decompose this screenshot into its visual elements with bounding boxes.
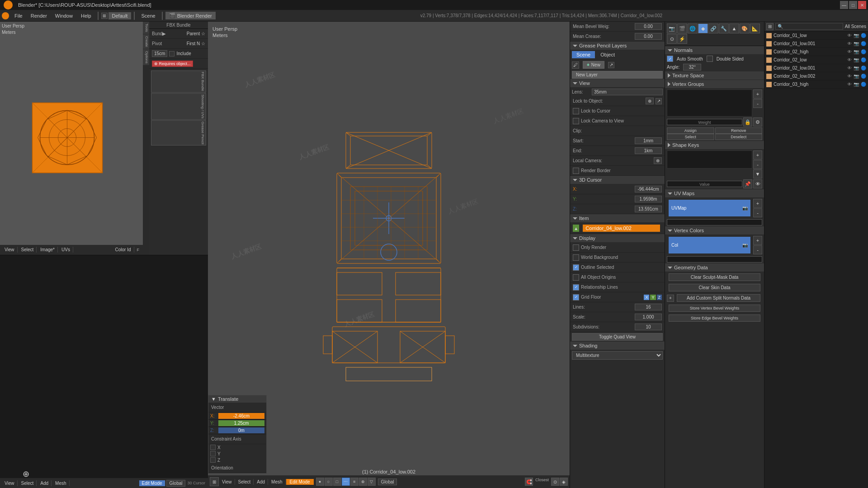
eye-icon-4[interactable]: 👁 [847,66,852,70]
y-axis-grid-btn[interactable]: Y [650,295,656,300]
create-tab[interactable]: Create [143,34,149,49]
uv-view-btn[interactable]: View [2,247,18,253]
cam-icon-0[interactable]: 📷 [854,33,859,38]
texture-icon[interactable]: 📐 [750,23,760,33]
tz-value[interactable]: 0m [218,427,264,433]
gp-link-icon[interactable]: ↗ [608,62,614,68]
lock-camera-checkbox[interactable] [573,118,579,124]
uv-uvs-btn[interactable]: UVs [59,247,73,253]
render-icon[interactable]: 📷 [667,23,677,33]
edit-mode-btn[interactable]: Edit Mode [286,479,314,485]
eye-icon-2[interactable]: 👁 [847,49,852,54]
world-icon[interactable]: 🌐 [688,23,698,33]
vcol-add-btn[interactable]: + [753,236,762,245]
gp-section-header[interactable]: Grease Pencil Layers [570,42,665,50]
render-icon-3[interactable]: 🔵 [861,57,866,62]
translate-header[interactable]: ▼ Translate [208,395,266,403]
sk-pin-btn[interactable]: 📌 [743,179,752,188]
outliner-item-1[interactable]: Corridor_01_low.001 👁 📷 🔵 [764,40,868,48]
scale-value[interactable]: 1.000 [635,314,662,320]
shading-select[interactable]: Multitexture [572,351,663,360]
eye-icon-0[interactable]: 👁 [847,33,852,38]
store-vertex-bevel-btn[interactable]: Store Vertex Bevel Weights [669,305,760,312]
cam-icon-4[interactable]: 📷 [854,66,859,70]
subdivisions-value[interactable]: 10 [635,324,662,330]
bvp-add[interactable]: Add [38,480,52,486]
vg-assign-btn[interactable]: Assign [667,127,714,134]
cursor-z-value[interactable]: 13.591cm [635,206,662,212]
uvmap-add-btn[interactable]: + [753,199,762,208]
render-icon-4[interactable]: 🔵 [861,66,866,70]
mean-crease-value[interactable]: 0.00 [635,33,662,40]
gp-icon[interactable]: 🖊 [572,61,579,69]
eye-icon-6[interactable]: 👁 [847,82,852,87]
object-tab[interactable]: Object [596,51,619,58]
vp-view-btn[interactable]: View [219,479,235,485]
start-value[interactable]: 1mm [635,137,662,144]
vg-add-btn[interactable]: + [753,89,762,99]
layout-icon[interactable]: ⊞ [101,13,108,19]
add-custom-split-btn[interactable]: Add Custom Split Normals Data [677,294,760,302]
cam-icon-5[interactable]: 📷 [854,74,859,79]
distance-value[interactable]: 15cm [152,50,167,57]
z-axis-checkbox[interactable] [210,457,216,463]
object-icon[interactable]: ◆ [698,23,708,33]
rel-lines-checkbox[interactable] [573,284,579,291]
vg-settings-btn[interactable]: ⚙ [753,117,762,127]
view-section-header[interactable]: View [570,79,665,88]
all-origins-checkbox[interactable] [573,274,579,281]
minimize-button[interactable]: — [840,1,848,9]
vp-global-btn[interactable]: Global [378,479,397,485]
material-icon[interactable]: 🎨 [740,23,750,33]
onion-icon[interactable]: ◈ [560,478,568,486]
sk-add-btn[interactable]: + [753,150,762,160]
physics-icon[interactable]: ⚡ [677,34,687,44]
menu-window[interactable]: Window [52,12,76,19]
vp-icon4[interactable]: ⋯ [342,478,350,486]
vp-select-btn[interactable]: Select [236,479,254,485]
y-axis-checkbox[interactable] [210,451,216,456]
render-icon-2[interactable]: 🔵 [861,49,866,54]
lock-cursor-checkbox[interactable] [573,108,579,114]
vg-deselect-btn[interactable]: Deselect [715,134,763,140]
bvp-cursor30[interactable]: 30 Cursor [186,481,206,485]
vcol-remove-btn[interactable]: - [753,245,762,254]
toggle-quad-btn[interactable]: Toggle Quad View [572,333,663,341]
vp-icon3[interactable]: □ [333,478,341,486]
fbx-tab-grease[interactable]: Grease Pencil [151,120,206,145]
maximize-button[interactable]: □ [849,1,857,9]
options-tab[interactable]: Options [143,49,149,66]
uvmap-slider[interactable] [667,219,762,225]
vp-mesh-btn[interactable]: Mesh [269,479,285,485]
normals-header[interactable]: Normals [665,46,764,55]
vertex-groups-header[interactable]: Vertex Groups [665,80,764,89]
outliner-item-6[interactable]: Corridor_03_high 👁 📷 🔵 [764,80,868,89]
vg-remove-sel-btn[interactable]: Remove [715,127,763,134]
new-button[interactable]: + New [583,61,604,69]
cursor-y-value[interactable]: 1.9598m [635,196,662,202]
modifier-icon[interactable]: 🔧 [719,23,729,33]
tools-tab[interactable]: Tools [143,22,149,34]
render-icon-6[interactable]: 🔵 [861,82,866,87]
world-bg-checkbox[interactable] [573,254,579,261]
vg-select-btn[interactable]: Select [667,134,714,140]
data-icon[interactable]: ▲ [729,23,739,33]
shading-section-header[interactable]: Shading [570,342,665,350]
cam-icon-1[interactable]: 📷 [854,41,859,46]
uv-maps-header[interactable]: UV Maps [665,189,764,198]
x-axis-grid-btn[interactable]: X [644,295,649,300]
uv-select-btn[interactable]: Select [19,247,37,253]
cam-icon-6[interactable]: 📷 [854,82,859,87]
vcol-item[interactable]: Col 📷 [669,237,750,253]
x-axis-checkbox[interactable] [210,445,216,450]
clear-sculpt-btn[interactable]: Clear Sculpt-Mask Data [669,273,760,281]
scene-tab[interactable]: Scene [572,51,595,58]
uvmap-remove-btn[interactable]: - [753,208,762,217]
lock-object-btn[interactable]: ⊕ [646,98,654,104]
vg-slider[interactable]: Weight [667,119,742,125]
fbx-tab-shooting[interactable]: Shooting / UVs [151,93,206,120]
vp-icon5[interactable]: ≡ [350,478,359,486]
lines-value[interactable]: 16 [635,304,662,310]
geodata-header[interactable]: Geometry Data [665,263,764,272]
bvp-editmode[interactable]: Edit Mode [139,480,165,486]
